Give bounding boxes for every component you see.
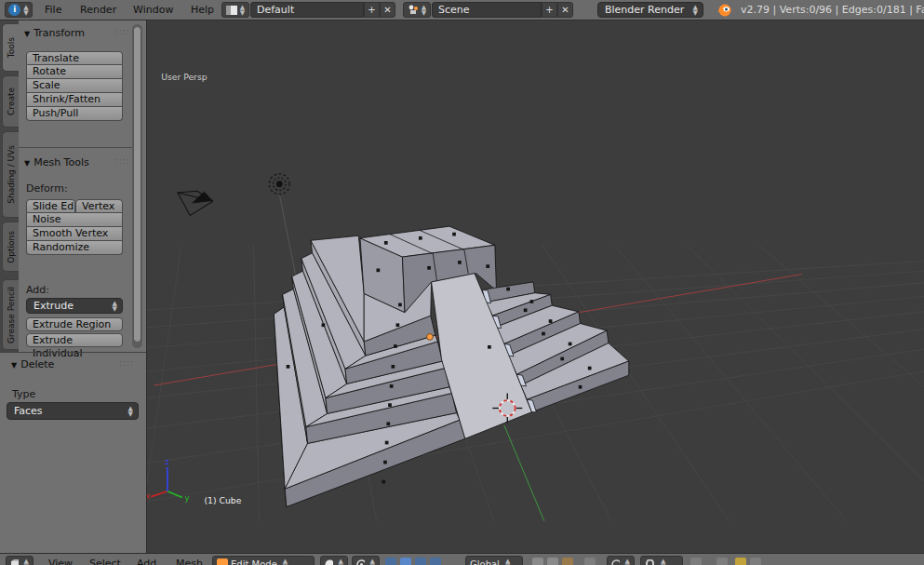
- panel-drag-handle[interactable]: ::::: [115, 27, 130, 36]
- mesh-tools-panel-header[interactable]: ▼Mesh Tools: [24, 156, 89, 168]
- panel-drag-handle[interactable]: ::::: [119, 358, 134, 368]
- vertex-select-mode-icon[interactable]: [532, 558, 543, 565]
- tab-shading-uvs[interactable]: Shading / UVs: [2, 131, 19, 218]
- delete-panel-header[interactable]: ▼Delete: [11, 358, 54, 370]
- slide-edge-button[interactable]: Slide Ed: [26, 199, 75, 213]
- rotate-button[interactable]: Rotate: [26, 65, 123, 79]
- delete-type-value: Faces: [7, 405, 128, 417]
- scale-button[interactable]: Scale: [26, 79, 123, 93]
- scene-add-button[interactable]: +: [542, 2, 557, 18]
- manipulator-toggle[interactable]: [385, 558, 396, 565]
- lamp-object: [269, 174, 289, 195]
- collapse-triangle-icon: ▼: [11, 361, 17, 370]
- menu-view[interactable]: View: [48, 556, 73, 565]
- vertex-slide-button[interactable]: Vertex: [75, 199, 123, 213]
- extrude-individual-button[interactable]: Extrude Individual: [26, 333, 123, 347]
- scene-statistics: v2.79 | Verts:0/96 | Edges:0/181 | Face: [741, 0, 924, 20]
- render-anim-icon[interactable]: [735, 558, 746, 565]
- occlude-geometry-icon[interactable]: [584, 558, 596, 565]
- selected-face-dot: [427, 334, 434, 341]
- extrude-region-button[interactable]: Extrude Region: [26, 317, 123, 331]
- pyramid-mesh: [274, 226, 628, 506]
- layout-name-field[interactable]: Default: [250, 2, 364, 18]
- snap-element-icon[interactable]: [690, 558, 702, 565]
- menu-mesh[interactable]: Mesh: [176, 556, 203, 565]
- render-engine-select[interactable]: Blender Render ▲▼: [597, 2, 703, 18]
- active-object-label: (1) Cube: [204, 495, 241, 505]
- tool-shelf-tabs: Tools Create Shading / UVs Options Greas…: [0, 20, 19, 352]
- layout-close-button[interactable]: ✕: [380, 2, 395, 18]
- chevron-updown-icon: ▲▼: [370, 558, 375, 565]
- render-engine-value: Blender Render: [598, 4, 693, 16]
- blender-logo-icon: [716, 3, 731, 18]
- tab-grease-pencil[interactable]: Grease Pencil: [2, 279, 19, 350]
- tool-shelf: Tools Create Shading / UVs Options Greas…: [0, 20, 146, 553]
- menu-file[interactable]: File: [39, 0, 67, 20]
- tool-shelf-scrollbar[interactable]: [132, 24, 142, 348]
- tab-options[interactable]: Options: [2, 222, 19, 272]
- active-object: (1) Cube: [204, 495, 241, 505]
- randomize-button[interactable]: Randomize: [26, 241, 123, 255]
- scene-name-field[interactable]: Scene: [432, 2, 542, 18]
- deform-label: Deform:: [26, 182, 68, 195]
- render-opengl-icon[interactable]: [716, 558, 728, 565]
- proportional-edit-select[interactable]: ▲▼: [607, 556, 635, 565]
- shrink-fatten-button[interactable]: Shrink/Fatten: [26, 93, 123, 107]
- viewport-canvas[interactable]: xyzUser Persp(1) Cube: [147, 20, 924, 553]
- svg-text:z: z: [165, 457, 169, 466]
- collapse-triangle-icon: ▼: [24, 159, 30, 168]
- snap-select[interactable]: ▲▼: [640, 556, 683, 565]
- noise-button[interactable]: Noise: [26, 213, 123, 227]
- menu-window[interactable]: Window: [127, 0, 179, 20]
- mode-select[interactable]: Edit Mode ▲▼: [212, 556, 315, 565]
- menu-help[interactable]: Help: [185, 0, 220, 20]
- editor-type-button[interactable]: i ▲▼: [5, 2, 33, 18]
- translate-manipulator-icon[interactable]: [400, 558, 411, 565]
- delete-type-label: Type: [12, 388, 35, 400]
- viewport-header: ▲▼ View Select Add Mesh Edit Mode ▲▼ ▲▼ …: [0, 553, 924, 565]
- info-header: i ▲▼ File Render Window Help ▲▼ Default …: [0, 0, 924, 20]
- scene-icon: [408, 5, 419, 15]
- face-select-mode-icon[interactable]: [562, 558, 573, 565]
- screen-layout-icon: [226, 6, 237, 15]
- viewport-shading-select[interactable]: ▲▼: [320, 556, 348, 565]
- push-pull-button[interactable]: Push/Pull: [26, 107, 123, 121]
- tab-tools[interactable]: Tools: [2, 23, 19, 72]
- scene-close-button[interactable]: ✕: [557, 2, 573, 18]
- layout-browse-button[interactable]: ▲▼: [221, 2, 249, 18]
- scrollbar-handle[interactable]: [133, 26, 141, 343]
- chevron-updown-icon: ▲▼: [693, 5, 698, 16]
- svg-text:y: y: [184, 493, 189, 503]
- rotate-manipulator-icon[interactable]: [415, 558, 426, 565]
- view-name-label: User Persp: [161, 72, 208, 82]
- delete-type-select[interactable]: Faces ▲▼: [7, 402, 139, 420]
- menu-add[interactable]: Add: [137, 556, 156, 565]
- pivot-select[interactable]: ▲▼: [352, 556, 380, 565]
- chevron-updown-icon: ▲▼: [422, 5, 426, 16]
- collapse-triangle-icon: ▼: [24, 30, 30, 38]
- transform-panel-header[interactable]: ▼Transform: [24, 27, 85, 39]
- tab-create[interactable]: Create: [2, 75, 19, 128]
- chevron-updown-icon: ▲▼: [113, 301, 117, 312]
- chevron-updown-icon: ▲▼: [339, 558, 343, 565]
- extrude-select[interactable]: Extrude ▲▼: [26, 298, 123, 314]
- menu-select[interactable]: Select: [89, 556, 121, 565]
- render-still-icon[interactable]: [750, 558, 761, 565]
- panel-drag-handle[interactable]: ::::: [115, 156, 130, 166]
- chevron-updown-icon: ▲▼: [625, 558, 630, 565]
- camera-object: [178, 191, 213, 215]
- viewport-3d[interactable]: xyzUser Persp(1) Cube: [146, 20, 924, 553]
- smooth-vertex-button[interactable]: Smooth Vertex: [26, 227, 123, 241]
- scale-manipulator-icon[interactable]: [430, 558, 441, 565]
- editor-type-button[interactable]: ▲▼: [6, 556, 33, 565]
- edge-select-mode-icon[interactable]: [547, 558, 558, 565]
- layout-add-button[interactable]: +: [364, 2, 380, 18]
- menu-render[interactable]: Render: [74, 0, 122, 20]
- extrude-select-value: Extrude: [27, 300, 113, 312]
- orientation-select[interactable]: Global ▲▼: [465, 556, 523, 565]
- orientation-value: Global: [470, 559, 500, 565]
- scene-browse-button[interactable]: ▲▼: [403, 2, 431, 18]
- translate-button[interactable]: Translate: [26, 51, 123, 65]
- add-label: Add:: [26, 284, 49, 296]
- chevron-updown-icon: ▲▼: [240, 5, 245, 16]
